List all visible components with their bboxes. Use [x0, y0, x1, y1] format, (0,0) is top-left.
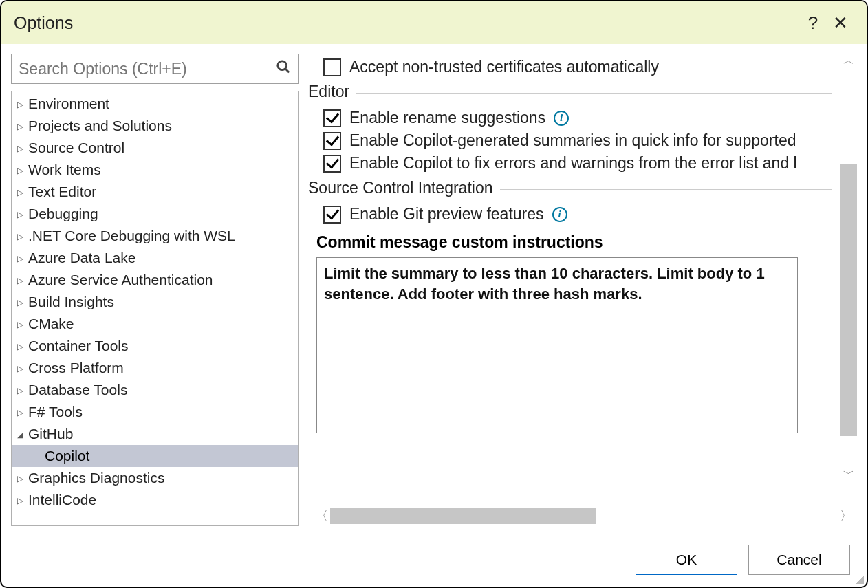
tree-item-label: Build Insights	[28, 294, 114, 310]
commit-instructions-heading: Commit message custom instructions	[316, 233, 832, 252]
commit-instructions-textarea[interactable]: Limit the summary to less than 10 charac…	[316, 257, 798, 433]
tree-item[interactable]: Cross Platform	[12, 357, 298, 379]
chevron-right-icon[interactable]	[17, 362, 28, 373]
chevron-right-icon[interactable]	[17, 186, 28, 197]
tree-item[interactable]: .NET Core Debugging with WSL	[12, 225, 298, 247]
tree-item[interactable]: Build Insights	[12, 291, 298, 313]
scroll-thumb[interactable]	[840, 164, 857, 436]
tree-item[interactable]: Projects and Solutions	[12, 115, 298, 137]
chevron-right-icon[interactable]	[17, 472, 28, 483]
info-icon[interactable]	[552, 207, 567, 222]
close-button[interactable]: ✕	[827, 12, 854, 34]
tree-item[interactable]: Source Control	[12, 137, 298, 159]
tree-item[interactable]: IntelliCode	[12, 489, 298, 511]
chevron-right-icon[interactable]	[17, 274, 28, 285]
tree-item[interactable]: Debugging	[12, 203, 298, 225]
scroll-thumb[interactable]	[330, 508, 596, 524]
source-control-group: Source Control Integration Enable Git pr…	[308, 189, 832, 433]
tree-item-label: .NET Core Debugging with WSL	[28, 228, 235, 244]
chevron-right-icon[interactable]	[17, 296, 28, 307]
titlebar: Options ? ✕	[1, 1, 867, 44]
tree-item[interactable]: Environment	[12, 93, 298, 115]
dialog-title: Options	[14, 13, 799, 33]
tree-item-label: Debugging	[28, 206, 98, 222]
scroll-right-icon[interactable]: 〉	[838, 508, 854, 524]
search-icon	[276, 59, 291, 78]
chevron-right-icon[interactable]	[17, 340, 28, 351]
tree-item-label: Copilot	[45, 448, 89, 464]
option-label: Enable Git preview features	[349, 205, 544, 224]
option-label: Enable rename suggestions	[349, 109, 545, 127]
dialog-footer: OK Cancel	[1, 533, 867, 587]
tree-item-label: GitHub	[28, 426, 73, 442]
tree-item[interactable]: Graphics Diagnostics	[12, 467, 298, 489]
hscroll-track[interactable]	[330, 508, 838, 524]
help-button[interactable]: ?	[799, 12, 827, 34]
scroll-left-icon[interactable]: 〈	[314, 508, 330, 524]
chevron-right-icon[interactable]	[17, 230, 28, 241]
search-options-box[interactable]	[11, 54, 299, 84]
chevron-right-icon[interactable]	[17, 208, 28, 219]
enable-rename-suggestions-option[interactable]: Enable rename suggestions	[323, 109, 832, 127]
chevron-right-icon[interactable]	[17, 142, 28, 153]
tree-item-label: Azure Service Authentication	[28, 272, 213, 288]
scroll-down-icon[interactable]: ﹀	[842, 467, 856, 481]
chevron-right-icon[interactable]	[17, 406, 28, 417]
right-pane: Accept non-trusted certificates automati…	[308, 54, 860, 526]
tree-item[interactable]: Work Items	[12, 159, 298, 181]
checkbox[interactable]	[323, 132, 341, 150]
chevron-down-icon[interactable]	[17, 428, 28, 439]
info-icon[interactable]	[554, 111, 569, 126]
tree-item[interactable]: Azure Data Lake	[12, 247, 298, 269]
options-tree[interactable]: EnvironmentProjects and SolutionsSource …	[11, 91, 299, 526]
chevron-right-icon[interactable]	[17, 494, 28, 505]
resize-grip[interactable]	[854, 574, 864, 584]
checkbox[interactable]	[323, 109, 341, 127]
option-label: Enable Copilot to fix errors and warning…	[349, 154, 797, 173]
option-label: Enable Copilot-generated summaries in qu…	[349, 131, 796, 150]
tree-item-label: Environment	[28, 96, 109, 112]
tree-child-item[interactable]: Copilot	[12, 445, 298, 467]
tree-item[interactable]: Container Tools	[12, 335, 298, 357]
cancel-button[interactable]: Cancel	[748, 545, 850, 575]
chevron-right-icon[interactable]	[17, 98, 28, 109]
svg-line-1	[285, 69, 290, 73]
tree-item-label: F# Tools	[28, 404, 83, 420]
tree-item-label: Work Items	[28, 162, 101, 178]
enable-copilot-summaries-option[interactable]: Enable Copilot-generated summaries in qu…	[323, 131, 832, 150]
tree-item[interactable]: F# Tools	[12, 401, 298, 423]
tree-item-label: IntelliCode	[28, 492, 96, 508]
tree-item[interactable]: Database Tools	[12, 379, 298, 401]
tree-item[interactable]: CMake	[12, 313, 298, 335]
tree-item-label: Azure Data Lake	[28, 250, 135, 266]
search-input[interactable]	[19, 60, 276, 78]
tree-item[interactable]: Text Editor	[12, 181, 298, 203]
editor-group: Editor Enable rename suggestions Enable …	[308, 93, 832, 173]
tree-item-label: Source Control	[28, 140, 124, 156]
tree-item-label: Container Tools	[28, 338, 129, 354]
options-dialog: Options ? ✕ EnvironmentProjects and Solu…	[0, 0, 868, 588]
checkbox[interactable]	[323, 155, 341, 173]
enable-git-preview-option[interactable]: Enable Git preview features	[323, 205, 832, 224]
group-title: Editor	[308, 83, 356, 101]
ok-button[interactable]: OK	[636, 545, 737, 575]
checkbox[interactable]	[323, 206, 341, 224]
chevron-right-icon[interactable]	[17, 252, 28, 263]
tree-item[interactable]: Azure Service Authentication	[12, 269, 298, 291]
horizontal-scrollbar[interactable]: 〈 〉	[308, 505, 860, 526]
scroll-up-icon[interactable]: ︿	[842, 54, 856, 67]
accept-nontrusted-certs-option[interactable]: Accept non-trusted certificates automati…	[323, 58, 832, 76]
chevron-right-icon[interactable]	[17, 120, 28, 131]
enable-copilot-fix-errors-option[interactable]: Enable Copilot to fix errors and warning…	[323, 154, 832, 173]
options-panel: Accept non-trusted certificates automati…	[308, 54, 860, 501]
chevron-right-icon[interactable]	[17, 384, 28, 395]
group-title: Source Control Integration	[308, 179, 500, 197]
svg-point-0	[278, 61, 287, 70]
vertical-scrollbar[interactable]: ︿ ﹀	[838, 54, 860, 481]
chevron-right-icon[interactable]	[17, 318, 28, 329]
tree-item[interactable]: GitHub	[12, 423, 298, 445]
chevron-right-icon[interactable]	[17, 164, 28, 175]
checkbox[interactable]	[323, 58, 341, 76]
tree-item-label: Database Tools	[28, 382, 127, 398]
option-label: Accept non-trusted certificates automati…	[349, 58, 659, 76]
